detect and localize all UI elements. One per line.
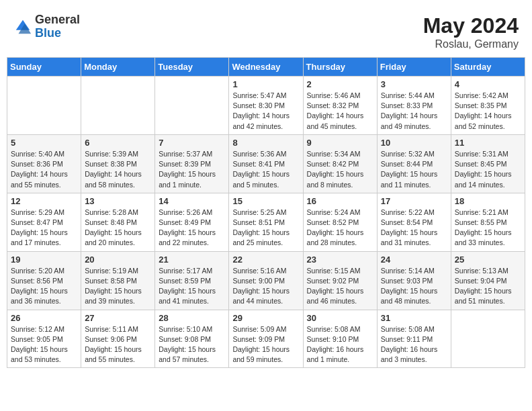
day-info: Sunrise: 5:39 AMSunset: 8:38 PMDaylight:…	[85, 149, 151, 190]
day-info: Sunrise: 5:16 AMSunset: 9:00 PMDaylight:…	[232, 266, 299, 307]
weekday-header-tuesday: Tuesday	[155, 58, 229, 77]
calendar-week-row: 26Sunrise: 5:12 AMSunset: 9:05 PMDayligh…	[7, 310, 525, 368]
day-number: 25	[455, 255, 521, 265]
day-number: 30	[307, 313, 373, 323]
calendar-cell: 7Sunrise: 5:37 AMSunset: 8:39 PMDaylight…	[155, 134, 229, 193]
day-info: Sunrise: 5:15 AMSunset: 9:02 PMDaylight:…	[307, 266, 373, 307]
day-number: 18	[455, 196, 521, 206]
calendar-week-row: 12Sunrise: 5:29 AMSunset: 8:47 PMDayligh…	[7, 193, 525, 251]
location: Roslau, Germany	[423, 38, 519, 50]
day-number: 14	[159, 196, 225, 206]
day-number: 9	[307, 138, 373, 148]
calendar-cell: 12Sunrise: 5:29 AMSunset: 8:47 PMDayligh…	[7, 193, 81, 251]
calendar-cell: 25Sunrise: 5:13 AMSunset: 9:04 PMDayligh…	[451, 251, 525, 310]
weekday-header-friday: Friday	[377, 58, 451, 77]
weekday-header-monday: Monday	[81, 58, 155, 77]
day-number: 12	[11, 196, 77, 206]
month-year: May 2024	[423, 13, 519, 38]
calendar-cell: 1Sunrise: 5:47 AMSunset: 8:30 PMDaylight…	[229, 77, 303, 135]
calendar-cell: 16Sunrise: 5:24 AMSunset: 8:52 PMDayligh…	[303, 193, 377, 251]
calendar-week-row: 19Sunrise: 5:20 AMSunset: 8:56 PMDayligh…	[7, 251, 525, 310]
calendar-cell: 13Sunrise: 5:28 AMSunset: 8:48 PMDayligh…	[81, 193, 155, 251]
day-info: Sunrise: 5:08 AMSunset: 9:11 PMDaylight:…	[381, 324, 447, 365]
day-number: 8	[232, 138, 299, 148]
day-info: Sunrise: 5:31 AMSunset: 8:45 PMDaylight:…	[455, 149, 521, 190]
day-number: 16	[307, 196, 373, 206]
day-info: Sunrise: 5:28 AMSunset: 8:48 PMDaylight:…	[85, 208, 151, 248]
calendar-cell: 26Sunrise: 5:12 AMSunset: 9:05 PMDayligh…	[7, 310, 81, 368]
day-info: Sunrise: 5:24 AMSunset: 8:52 PMDaylight:…	[307, 208, 373, 248]
day-info: Sunrise: 5:19 AMSunset: 8:58 PMDaylight:…	[85, 266, 151, 307]
day-info: Sunrise: 5:17 AMSunset: 8:59 PMDaylight:…	[159, 266, 225, 307]
day-number: 15	[232, 196, 299, 206]
day-info: Sunrise: 5:36 AMSunset: 8:41 PMDaylight:…	[232, 149, 299, 190]
calendar-table: SundayMondayTuesdayWednesdayThursdayFrid…	[7, 57, 525, 368]
day-info: Sunrise: 5:42 AMSunset: 8:35 PMDaylight:…	[455, 91, 521, 132]
day-number: 26	[11, 313, 77, 323]
calendar-cell	[155, 77, 229, 135]
calendar-cell: 30Sunrise: 5:08 AMSunset: 9:10 PMDayligh…	[303, 310, 377, 368]
day-info: Sunrise: 5:20 AMSunset: 8:56 PMDaylight:…	[11, 266, 77, 307]
day-number: 11	[455, 138, 521, 148]
calendar-cell: 3Sunrise: 5:44 AMSunset: 8:33 PMDaylight…	[377, 77, 451, 135]
day-info: Sunrise: 5:11 AMSunset: 9:06 PMDaylight:…	[85, 324, 151, 365]
day-info: Sunrise: 5:40 AMSunset: 8:36 PMDaylight:…	[11, 149, 77, 190]
calendar-cell: 24Sunrise: 5:14 AMSunset: 9:03 PMDayligh…	[377, 251, 451, 310]
day-info: Sunrise: 5:12 AMSunset: 9:05 PMDaylight:…	[11, 324, 77, 365]
day-number: 22	[232, 255, 299, 265]
calendar-cell: 17Sunrise: 5:22 AMSunset: 8:54 PMDayligh…	[377, 193, 451, 251]
logo-general-text: General	[35, 13, 80, 27]
logo-icon	[13, 17, 32, 36]
weekday-header-saturday: Saturday	[451, 58, 525, 77]
day-info: Sunrise: 5:09 AMSunset: 9:09 PMDaylight:…	[232, 324, 299, 365]
day-info: Sunrise: 5:44 AMSunset: 8:33 PMDaylight:…	[381, 91, 447, 132]
calendar-cell: 19Sunrise: 5:20 AMSunset: 8:56 PMDayligh…	[7, 251, 81, 310]
calendar-cell: 9Sunrise: 5:34 AMSunset: 8:42 PMDaylight…	[303, 134, 377, 193]
day-info: Sunrise: 5:22 AMSunset: 8:54 PMDaylight:…	[381, 208, 447, 248]
day-number: 28	[159, 313, 225, 323]
calendar-cell: 27Sunrise: 5:11 AMSunset: 9:06 PMDayligh…	[81, 310, 155, 368]
day-info: Sunrise: 5:25 AMSunset: 8:51 PMDaylight:…	[232, 208, 299, 248]
day-info: Sunrise: 5:10 AMSunset: 9:08 PMDaylight:…	[159, 324, 225, 365]
calendar-cell: 21Sunrise: 5:17 AMSunset: 8:59 PMDayligh…	[155, 251, 229, 310]
day-number: 29	[232, 313, 299, 323]
weekday-header-row: SundayMondayTuesdayWednesdayThursdayFrid…	[7, 58, 525, 77]
day-info: Sunrise: 5:21 AMSunset: 8:55 PMDaylight:…	[455, 208, 521, 248]
day-number: 2	[307, 79, 373, 89]
day-number: 1	[232, 79, 299, 89]
day-number: 31	[381, 313, 447, 323]
page-header: General Blue May 2024 Roslau, Germany	[7, 7, 525, 54]
calendar-cell: 18Sunrise: 5:21 AMSunset: 8:55 PMDayligh…	[451, 193, 525, 251]
day-info: Sunrise: 5:14 AMSunset: 9:03 PMDaylight:…	[381, 266, 447, 307]
title-block: May 2024 Roslau, Germany	[423, 13, 519, 50]
calendar-cell: 28Sunrise: 5:10 AMSunset: 9:08 PMDayligh…	[155, 310, 229, 368]
calendar-cell	[451, 310, 525, 368]
calendar-cell: 4Sunrise: 5:42 AMSunset: 8:35 PMDaylight…	[451, 77, 525, 135]
calendar-cell	[81, 77, 155, 135]
day-number: 13	[85, 196, 151, 206]
day-number: 6	[85, 138, 151, 148]
day-info: Sunrise: 5:32 AMSunset: 8:44 PMDaylight:…	[381, 149, 447, 190]
calendar-cell: 29Sunrise: 5:09 AMSunset: 9:09 PMDayligh…	[229, 310, 303, 368]
logo-text: General Blue	[35, 13, 80, 40]
day-number: 3	[381, 79, 447, 89]
day-number: 20	[85, 255, 151, 265]
day-number: 24	[381, 255, 447, 265]
calendar-cell: 15Sunrise: 5:25 AMSunset: 8:51 PMDayligh…	[229, 193, 303, 251]
calendar-cell: 31Sunrise: 5:08 AMSunset: 9:11 PMDayligh…	[377, 310, 451, 368]
day-info: Sunrise: 5:34 AMSunset: 8:42 PMDaylight:…	[307, 149, 373, 190]
day-info: Sunrise: 5:47 AMSunset: 8:30 PMDaylight:…	[232, 91, 299, 132]
day-number: 4	[455, 79, 521, 89]
weekday-header-sunday: Sunday	[7, 58, 81, 77]
calendar-cell: 11Sunrise: 5:31 AMSunset: 8:45 PMDayligh…	[451, 134, 525, 193]
day-number: 5	[11, 138, 77, 148]
calendar-cell	[7, 77, 81, 135]
day-info: Sunrise: 5:13 AMSunset: 9:04 PMDaylight:…	[455, 266, 521, 307]
calendar-cell: 14Sunrise: 5:26 AMSunset: 8:49 PMDayligh…	[155, 193, 229, 251]
day-number: 17	[381, 196, 447, 206]
day-info: Sunrise: 5:37 AMSunset: 8:39 PMDaylight:…	[159, 149, 225, 190]
calendar-cell: 2Sunrise: 5:46 AMSunset: 8:32 PMDaylight…	[303, 77, 377, 135]
calendar-cell: 5Sunrise: 5:40 AMSunset: 8:36 PMDaylight…	[7, 134, 81, 193]
calendar-cell: 20Sunrise: 5:19 AMSunset: 8:58 PMDayligh…	[81, 251, 155, 310]
day-info: Sunrise: 5:08 AMSunset: 9:10 PMDaylight:…	[307, 324, 373, 365]
